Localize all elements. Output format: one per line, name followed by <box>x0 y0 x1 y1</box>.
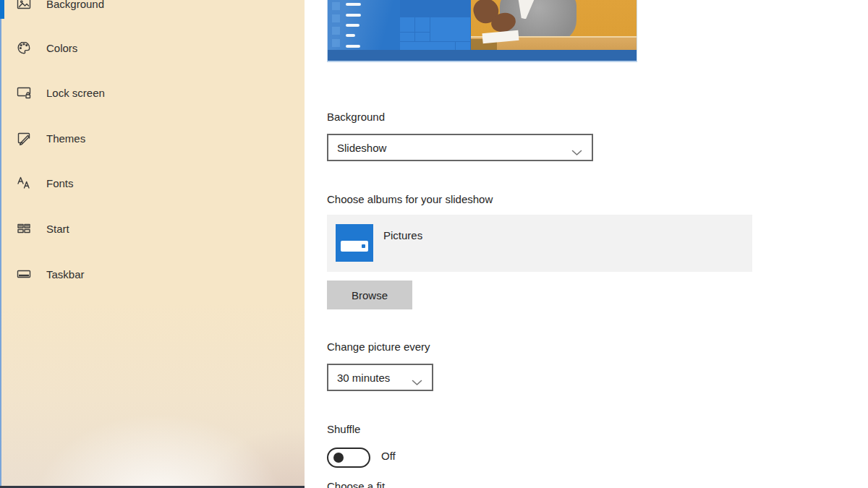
toggle-knob <box>333 453 344 463</box>
sidebar-item-lock-screen[interactable]: Lock screen <box>0 78 305 107</box>
themes-icon <box>16 130 32 146</box>
fonts-icon <box>16 175 32 191</box>
pictures-album-icon-strip <box>341 241 368 252</box>
chevron-down-icon <box>412 376 422 389</box>
chevron-down-icon <box>571 146 582 159</box>
pictures-album-icon <box>336 224 373 262</box>
colors-icon <box>16 40 32 56</box>
pictures-album-icon-dot <box>362 244 365 248</box>
background-preview <box>327 0 637 62</box>
sidebar-item-label: Taskbar <box>46 268 85 281</box>
taskbar-icon <box>16 266 32 282</box>
sidebar-item-label: Start <box>46 223 69 235</box>
window-left-edge <box>0 0 1 488</box>
background-icon <box>16 0 32 12</box>
sidebar-item-start[interactable]: Start <box>0 214 305 243</box>
shuffle-label: Shuffle <box>327 423 360 435</box>
album-name: Pictures <box>383 229 422 241</box>
sidebar: Background Colors Lock screen Themes Fon <box>0 0 305 488</box>
sidebar-item-label: Themes <box>46 132 85 145</box>
shuffle-state-label: Off <box>381 450 396 462</box>
sidebar-item-themes[interactable]: Themes <box>0 124 305 153</box>
content: Background Slideshow Choose albums for y… <box>305 0 868 488</box>
sidebar-item-label: Fonts <box>46 177 74 189</box>
settings-window: Background Colors Lock screen Themes Fon <box>0 0 868 488</box>
shuffle-toggle[interactable] <box>327 448 370 468</box>
sidebar-item-fonts[interactable]: Fonts <box>0 168 305 197</box>
album-item-pictures[interactable]: Pictures <box>327 215 752 272</box>
lock-screen-icon <box>16 85 32 100</box>
change-picture-dropdown-value: 30 minutes <box>337 372 390 384</box>
change-picture-dropdown[interactable]: 30 minutes <box>327 364 433 391</box>
background-dropdown-value: Slideshow <box>337 142 386 154</box>
browse-button[interactable]: Browse <box>327 281 412 309</box>
start-icon <box>16 221 32 236</box>
background-dropdown[interactable]: Slideshow <box>327 134 593 161</box>
sidebar-item-label: Colors <box>46 42 77 54</box>
albums-label: Choose albums for your slideshow <box>327 193 493 205</box>
album-list: Pictures <box>327 215 752 272</box>
sidebar-item-label: Lock screen <box>46 87 105 99</box>
sidebar-item-taskbar[interactable]: Taskbar <box>0 260 305 288</box>
choose-fit-label: Choose a fit <box>327 480 385 488</box>
background-label: Background <box>327 111 385 123</box>
sidebar-item-background[interactable]: Background <box>0 0 305 18</box>
sidebar-item-colors[interactable]: Colors <box>0 33 305 62</box>
sidebar-item-label: Background <box>46 0 104 10</box>
change-picture-label: Change picture every <box>327 341 430 353</box>
preview-taskbar <box>328 50 637 61</box>
